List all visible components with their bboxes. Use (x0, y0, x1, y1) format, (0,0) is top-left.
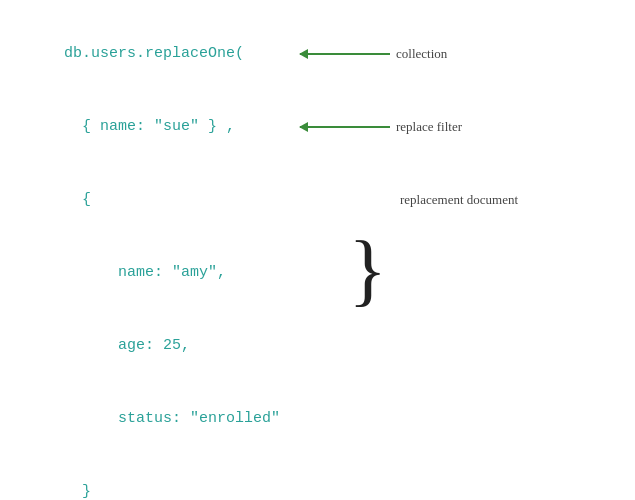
mongo-close-brace: } (64, 483, 91, 500)
mongo-line-close-brace: } (10, 456, 615, 500)
mongo-name-field: name: "amy", (82, 264, 226, 281)
replacement-document-label: replacement document (400, 190, 518, 211)
mongo-filter-code: { name: "sue" } , (10, 91, 290, 163)
mongo-line-replaceone: db.users.replaceOne( collection (10, 18, 615, 90)
mongo-name-code: name: "amy", (10, 237, 290, 309)
mongo-open-brace: { (64, 191, 91, 208)
mongo-filter-annotation: replace filter (300, 117, 615, 138)
mongo-replaceone-code: db.users.replaceOne( (10, 18, 290, 90)
mongo-db-users: db.users.replaceOne( (64, 45, 244, 62)
mongo-replacement-label-container: replacement document (370, 190, 615, 211)
mongo-close-brace-code: } (10, 456, 290, 500)
mongo-code-block: db.users.replaceOne( collection { name: … (10, 18, 615, 500)
mongo-status-field: status: "enrolled" (82, 410, 280, 427)
replace-filter-label: replace filter (396, 117, 462, 138)
mongo-open-brace-code: { (10, 164, 290, 236)
replace-filter-arrow (300, 126, 390, 128)
mongo-age-code: age: 25, (10, 310, 290, 382)
mongo-line-name: name: "amy", (10, 237, 615, 309)
mongo-collection-annotation: collection (300, 44, 615, 65)
collection-label: collection (396, 44, 447, 65)
mongo-replacement-fields: } name: "amy", age: 25, status: "enrolle… (10, 237, 615, 455)
mongo-filter-value: { name: "sue" } , (82, 118, 235, 135)
collection-arrow (300, 53, 390, 55)
mongo-line-age: age: 25, (10, 310, 615, 382)
mongo-line-status: status: "enrolled" (10, 383, 615, 455)
mongo-filter-indent (64, 118, 82, 135)
mongo-line-open-brace: { replacement document (10, 164, 615, 236)
mongo-age-field: age: 25, (82, 337, 190, 354)
mongo-line-filter: { name: "sue" } , replace filter (10, 91, 615, 163)
mongo-status-code: status: "enrolled" (10, 383, 290, 455)
